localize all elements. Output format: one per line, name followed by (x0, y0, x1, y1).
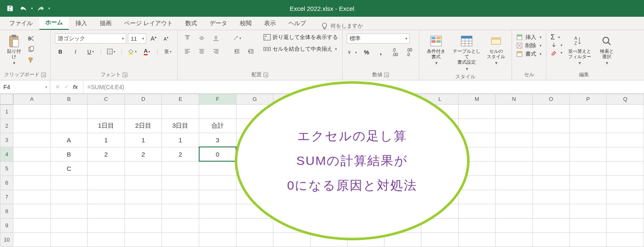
cell-B8[interactable] (50, 204, 87, 218)
cell-O4[interactable] (532, 147, 569, 161)
dialog-launcher-icon[interactable] (384, 72, 389, 77)
column-header[interactable]: O (532, 94, 569, 105)
cell-N9[interactable] (496, 218, 532, 232)
cell-L10[interactable] (421, 232, 458, 247)
cell-C2[interactable]: 1日目 (88, 118, 125, 133)
cell-F5[interactable] (199, 161, 236, 175)
cell-F1[interactable] (199, 104, 236, 118)
cell-A1[interactable] (13, 104, 50, 118)
row-header[interactable]: 7 (0, 190, 13, 204)
italic-button[interactable]: I (70, 47, 81, 56)
cell-F10[interactable] (199, 232, 236, 247)
cell-B10[interactable] (50, 232, 87, 247)
cell-Q6[interactable] (607, 175, 644, 190)
align-bottom-button[interactable] (210, 33, 221, 43)
cell-C1[interactable] (88, 104, 125, 118)
tab-help[interactable]: ヘルプ (283, 17, 312, 30)
delete-cells-button[interactable]: 削除▾ (516, 42, 542, 49)
cell-D9[interactable] (125, 218, 162, 232)
cell-M9[interactable] (458, 218, 495, 232)
orientation-button[interactable] (231, 33, 242, 43)
cell-C4[interactable]: 2 (88, 147, 125, 161)
cell-F2[interactable]: 合計 (199, 118, 236, 133)
tab-page-layout[interactable]: ページ レイアウト (118, 17, 179, 30)
cell-N1[interactable] (496, 104, 532, 118)
cell-F6[interactable] (199, 175, 236, 190)
cell-A7[interactable] (13, 190, 50, 204)
cell-F3[interactable]: 3 (199, 133, 236, 147)
cell-D10[interactable] (125, 232, 162, 247)
cell-O3[interactable] (532, 133, 569, 147)
cell-N6[interactable] (496, 175, 532, 190)
copy-button[interactable] (26, 45, 36, 54)
cell-H10[interactable] (273, 232, 310, 247)
cell-C9[interactable] (88, 218, 125, 232)
enter-formula-icon[interactable]: ✓ (64, 84, 69, 90)
format-cells-button[interactable]: 書式▾ (516, 50, 542, 58)
percent-button[interactable]: % (361, 48, 372, 57)
cell-M7[interactable] (458, 190, 495, 204)
cell-B5[interactable]: C (50, 161, 87, 175)
column-header[interactable]: Q (607, 94, 644, 105)
decrease-indent-button[interactable] (231, 47, 242, 56)
column-header[interactable]: M (458, 94, 495, 105)
phonetic-button[interactable]: 亜 (162, 47, 173, 56)
cell-E5[interactable] (162, 161, 199, 175)
cell-D3[interactable]: 1 (125, 133, 162, 147)
format-painter-button[interactable] (26, 56, 36, 64)
cell-P8[interactable] (570, 204, 607, 218)
cell-N10[interactable] (496, 232, 532, 247)
number-format-select[interactable]: 標準 (347, 33, 410, 44)
cell-B3[interactable]: A (50, 133, 87, 147)
cell-P7[interactable] (570, 190, 607, 204)
row-header[interactable]: 4 (0, 147, 13, 161)
cell-P6[interactable] (570, 175, 607, 190)
align-center-button[interactable] (196, 47, 207, 56)
cell-O10[interactable] (532, 232, 569, 247)
decrease-decimal-button[interactable]: .00.0 (404, 48, 415, 57)
cell-A3[interactable] (13, 133, 50, 147)
font-size-select[interactable]: 11 (128, 33, 146, 44)
qat-customize-icon[interactable]: ▾ (48, 6, 50, 10)
redo-icon[interactable] (35, 3, 47, 14)
dialog-launcher-icon[interactable] (263, 72, 268, 77)
tab-home[interactable]: ホーム (39, 16, 69, 30)
clear-button[interactable]: ▾ (551, 49, 563, 56)
wrap-text-button[interactable]: abc 折り返して全体を表示する (263, 33, 338, 41)
cell-D1[interactable] (125, 104, 162, 118)
dialog-launcher-icon[interactable] (122, 72, 127, 77)
cell-O9[interactable] (532, 218, 569, 232)
cell-B7[interactable] (50, 190, 87, 204)
column-header[interactable]: E (162, 94, 199, 105)
cell-styles-button[interactable]: セルの スタイル▾ (485, 33, 507, 67)
cell-N7[interactable] (496, 190, 532, 204)
underline-button[interactable]: U (85, 47, 96, 56)
column-header[interactable]: P (570, 94, 607, 105)
cell-D7[interactable] (125, 190, 162, 204)
find-select-button[interactable]: 検索と 選択▾ (596, 33, 617, 67)
cell-Q1[interactable] (607, 104, 644, 118)
increase-decimal-button[interactable]: .0.00 (390, 48, 400, 57)
cell-E7[interactable] (162, 190, 199, 204)
cell-Q7[interactable] (607, 190, 644, 204)
increase-indent-button[interactable] (246, 47, 257, 56)
cell-A9[interactable] (13, 218, 50, 232)
cell-F4[interactable]: 0 (199, 147, 236, 161)
cell-M2[interactable] (458, 118, 495, 133)
column-header[interactable]: C (88, 94, 125, 105)
save-icon[interactable] (4, 3, 16, 14)
cell-D8[interactable] (125, 204, 162, 218)
cell-N8[interactable] (496, 204, 532, 218)
cell-A6[interactable] (13, 175, 50, 190)
insert-cells-button[interactable]: 挿入▾ (516, 33, 542, 41)
paste-button[interactable]: 貼り付け ▾ (4, 33, 23, 67)
borders-button[interactable] (106, 47, 117, 56)
font-name-select[interactable]: 游ゴシック (55, 33, 126, 44)
cell-B2[interactable] (50, 118, 87, 133)
cell-Q5[interactable] (607, 161, 644, 175)
cell-C8[interactable] (88, 204, 125, 218)
undo-dropdown-icon[interactable]: ▾ (31, 6, 33, 10)
cell-E10[interactable] (162, 232, 199, 247)
cell-Q3[interactable] (607, 133, 644, 147)
cell-D5[interactable] (125, 161, 162, 175)
